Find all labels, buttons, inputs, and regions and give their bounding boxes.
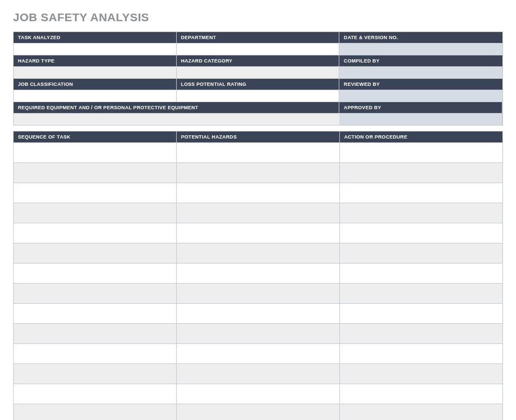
- sequence-cell[interactable]: [14, 223, 177, 243]
- hazards-cell[interactable]: [177, 223, 340, 243]
- hazards-cell[interactable]: [177, 344, 340, 364]
- action-cell[interactable]: [340, 404, 503, 421]
- action-cell[interactable]: [340, 344, 503, 364]
- table-row: [14, 304, 503, 324]
- section-spacer: [13, 126, 503, 131]
- action-cell[interactable]: [340, 143, 503, 163]
- sequence-cell[interactable]: [14, 404, 177, 421]
- reviewed-by-value[interactable]: [339, 90, 502, 102]
- hazard-type-value[interactable]: [14, 67, 177, 79]
- table-row: [14, 223, 503, 243]
- approved-by-label: APPROVED BY: [339, 102, 502, 114]
- hazard-category-label: HAZARD CATEGORY: [177, 55, 340, 67]
- hazards-cell[interactable]: [177, 364, 340, 384]
- department-value[interactable]: [177, 43, 340, 55]
- table-row: [14, 384, 503, 404]
- sequence-cell[interactable]: [14, 183, 177, 203]
- page-title: JOB SAFETY ANALYSIS: [13, 11, 503, 24]
- action-cell[interactable]: [340, 243, 503, 264]
- hazards-cell[interactable]: [177, 143, 340, 163]
- sequence-cell[interactable]: [14, 143, 177, 163]
- action-cell[interactable]: [340, 304, 503, 324]
- sequence-cell[interactable]: [14, 384, 177, 404]
- sequence-header: SEQUENCE OF TASK: [14, 131, 177, 143]
- table-row: [14, 284, 503, 304]
- hazards-cell[interactable]: [177, 304, 340, 324]
- table-row: [14, 264, 503, 284]
- action-cell[interactable]: [340, 183, 503, 203]
- sequence-cell[interactable]: [14, 284, 177, 304]
- sequence-cell[interactable]: [14, 344, 177, 364]
- hazards-cell[interactable]: [177, 203, 340, 223]
- sequence-cell[interactable]: [14, 304, 177, 324]
- job-classification-value[interactable]: [14, 90, 177, 102]
- action-cell[interactable]: [340, 203, 503, 223]
- hazards-cell[interactable]: [177, 243, 340, 264]
- action-cell[interactable]: [340, 384, 503, 404]
- table-row: [14, 163, 503, 183]
- hazards-cell[interactable]: [177, 384, 340, 404]
- hazards-cell[interactable]: [177, 324, 340, 344]
- required-equipment-label: REQUIRED EQUIPMENT AND / OR PERSONAL PRO…: [14, 102, 339, 114]
- sequence-cell[interactable]: [14, 243, 177, 264]
- sequence-cell[interactable]: [14, 364, 177, 384]
- task-analyzed-label: TASK ANALYZED: [14, 32, 177, 43]
- department-label: DEPARTMENT: [177, 32, 340, 43]
- action-cell[interactable]: [340, 284, 503, 304]
- table-row: [14, 203, 503, 223]
- date-version-label: DATE & VERSION NO.: [339, 32, 502, 43]
- hazards-cell[interactable]: [177, 404, 340, 421]
- date-version-value[interactable]: [339, 43, 502, 55]
- action-cell[interactable]: [340, 364, 503, 384]
- sequence-cell[interactable]: [14, 264, 177, 284]
- sequence-cell[interactable]: [14, 203, 177, 223]
- hazards-cell[interactable]: [177, 284, 340, 304]
- required-equipment-value[interactable]: [14, 114, 339, 126]
- table-row: [14, 324, 503, 344]
- hazards-cell[interactable]: [177, 183, 340, 203]
- hazard-type-label: HAZARD TYPE: [14, 55, 177, 67]
- table-row: [14, 143, 503, 163]
- action-cell[interactable]: [340, 264, 503, 284]
- task-analyzed-value[interactable]: [14, 43, 177, 55]
- job-classification-label: JOB CLASSIFICATION: [14, 79, 177, 90]
- sequence-cell[interactable]: [14, 163, 177, 183]
- hazards-cell[interactable]: [177, 264, 340, 284]
- table-row: [14, 344, 503, 364]
- table-row: [14, 183, 503, 203]
- loss-potential-rating-value[interactable]: [177, 90, 340, 102]
- task-table: SEQUENCE OF TASK POTENTIAL HAZARDS ACTIO…: [13, 131, 503, 420]
- approved-by-value[interactable]: [339, 114, 502, 126]
- reviewed-by-label: REVIEWED BY: [339, 79, 502, 90]
- table-row: [14, 404, 503, 421]
- info-grid: TASK ANALYZED DEPARTMENT DATE & VERSION …: [13, 32, 503, 126]
- action-cell[interactable]: [340, 324, 503, 344]
- hazard-category-value[interactable]: [177, 67, 340, 79]
- action-cell[interactable]: [340, 163, 503, 183]
- loss-potential-rating-label: LOSS POTENTIAL RATING: [177, 79, 340, 90]
- hazards-header: POTENTIAL HAZARDS: [177, 131, 340, 143]
- compiled-by-label: COMPILED BY: [339, 55, 502, 67]
- action-cell[interactable]: [340, 223, 503, 243]
- sequence-cell[interactable]: [14, 324, 177, 344]
- table-row: [14, 243, 503, 264]
- compiled-by-value[interactable]: [339, 67, 502, 79]
- table-row: [14, 364, 503, 384]
- hazards-cell[interactable]: [177, 163, 340, 183]
- action-header: ACTION OR PROCEDURE: [340, 131, 503, 143]
